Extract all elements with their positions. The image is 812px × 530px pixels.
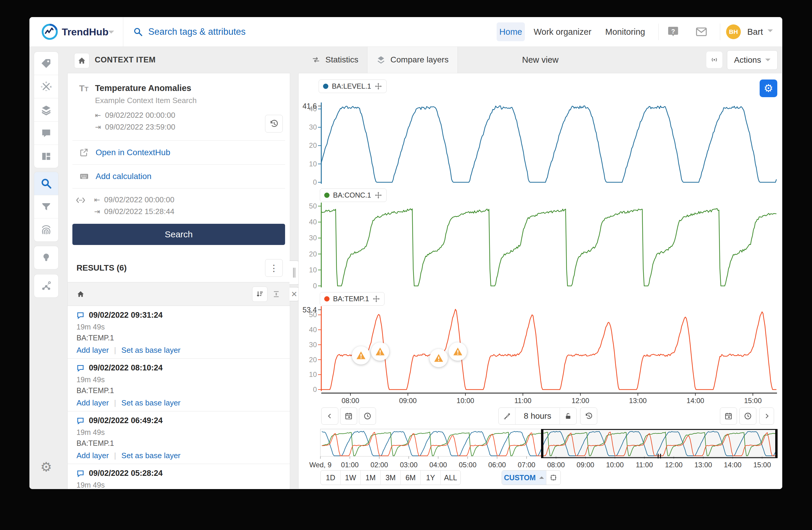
collapse-rows-button[interactable] xyxy=(269,287,284,302)
trend-plot[interactable] xyxy=(299,73,782,489)
brush-grip-icon[interactable] xyxy=(658,454,661,458)
y-max-label: 41.6 xyxy=(299,102,317,110)
pan-right-button[interactable] xyxy=(759,407,774,424)
set-start-time-button[interactable] xyxy=(359,407,376,424)
result-item[interactable]: 09/02/2022 09:31:24 19m 49s BA:TEMP.1 Ad… xyxy=(68,306,290,359)
product-switcher-caret-icon[interactable] xyxy=(108,31,114,37)
live-mode-button[interactable] xyxy=(706,52,722,68)
sidebar-item-relations[interactable] xyxy=(34,275,58,297)
comment-icon xyxy=(41,128,52,138)
overview-tick-label: 04:00 xyxy=(423,461,453,469)
lock-window-button[interactable] xyxy=(560,408,576,424)
caret-up-icon xyxy=(539,474,544,479)
search-range-end: ⇥09/02/2022 15:28:44 xyxy=(94,206,174,218)
result-item[interactable]: 09/02/2022 06:49:24 19m 49s BA:TEMP.1 Ad… xyxy=(68,412,290,464)
warning-event-badge[interactable] xyxy=(449,343,467,361)
warning-event-badge[interactable] xyxy=(352,346,370,364)
calendar-icon xyxy=(724,412,733,420)
move-icon xyxy=(375,191,382,199)
set-base-layer-link[interactable]: Set as base layer xyxy=(121,346,180,355)
mail-icon[interactable] xyxy=(695,25,708,38)
preset-1M[interactable]: 1M xyxy=(361,471,381,485)
result-item[interactable]: 09/02/2022 08:10:24 19m 49s BA:TEMP.1 Ad… xyxy=(68,359,290,412)
sidebar-item-dashboard[interactable] xyxy=(34,145,58,168)
fit-range-button[interactable] xyxy=(546,471,561,485)
pan-left-button[interactable] xyxy=(321,407,338,424)
search-button[interactable]: Search xyxy=(72,224,285,245)
chart-settings-button[interactable]: ⚙ xyxy=(760,80,777,97)
series-chip-conc[interactable]: BA:CONC.1 xyxy=(320,189,387,202)
tab-work-organizer[interactable]: Work organizer xyxy=(533,23,592,41)
global-search-input[interactable]: Search tags & attributes xyxy=(133,17,246,46)
y-tick-label: 0 xyxy=(299,178,317,186)
panel-close-button[interactable]: ✕ xyxy=(290,287,299,301)
add-calculation[interactable]: Add calculation xyxy=(79,165,290,188)
add-layer-link[interactable]: Add layer xyxy=(76,451,109,460)
sidebar-item-recommendations[interactable] xyxy=(34,246,58,269)
set-end-time-button[interactable] xyxy=(739,407,756,424)
panel-resize-handle[interactable] xyxy=(290,261,299,285)
overview-tick-label: 01:00 xyxy=(335,461,364,469)
tab-home[interactable]: Home xyxy=(497,23,525,41)
chevron-right-icon xyxy=(763,413,770,420)
sidebar-item-annotations[interactable] xyxy=(34,122,58,145)
user-avatar[interactable]: BH xyxy=(726,25,741,39)
sidebar-item-calculations[interactable]: + − ÷ × xyxy=(34,75,58,98)
fingerprint-icon xyxy=(41,224,52,236)
overview-tick-label: 10:00 xyxy=(600,461,629,469)
sidebar-item-filter[interactable] xyxy=(34,195,58,219)
result-item[interactable]: 09/02/2022 05:28:24 19m 49s BA:TEMP.1 Ad… xyxy=(68,464,290,489)
series-chip-temp[interactable]: BA:TEMP.1 xyxy=(320,292,385,306)
time-window-group: 8 hours xyxy=(498,407,577,424)
sidebar-item-fingerprint[interactable] xyxy=(34,219,58,241)
sidebar-item-layers[interactable] xyxy=(34,98,58,122)
add-layer-link[interactable]: Add layer xyxy=(76,346,109,355)
custom-range-button[interactable]: CUSTOM xyxy=(502,471,546,485)
set-base-layer-link[interactable]: Set as base layer xyxy=(121,451,180,460)
set-start-date-button[interactable] xyxy=(340,407,357,424)
statistics-button[interactable]: Statistics xyxy=(302,46,367,73)
open-in-contexthub[interactable]: Open in ContextHub xyxy=(79,141,290,164)
collapse-icon xyxy=(272,290,280,298)
sidebar-item-search[interactable] xyxy=(34,172,58,195)
x-tick-label: 08:00 xyxy=(337,396,364,405)
svg-text:?: ? xyxy=(671,28,675,35)
preset-6M[interactable]: 6M xyxy=(401,471,421,485)
y-tick-label: 10 xyxy=(299,371,317,379)
preset-1W[interactable]: 1W xyxy=(341,471,361,485)
set-end-date-button[interactable] xyxy=(720,407,737,424)
results-menu-button[interactable]: ⋮ xyxy=(265,259,283,277)
add-layer-link[interactable]: Add layer xyxy=(76,399,109,407)
time-window-label[interactable]: 8 hours xyxy=(516,408,560,424)
warning-event-badge[interactable] xyxy=(430,349,448,367)
compress-time-button[interactable] xyxy=(499,408,516,424)
overview-brush[interactable] xyxy=(541,429,778,458)
sort-descending-button[interactable] xyxy=(252,287,267,302)
help-icon[interactable]: ? xyxy=(667,25,680,38)
panel-home-button[interactable] xyxy=(74,53,89,68)
home-column-icon xyxy=(76,290,85,298)
series-color-dot xyxy=(324,296,330,302)
preset-3M[interactable]: 3M xyxy=(381,471,401,485)
user-name[interactable]: Bart xyxy=(747,17,773,46)
tab-monitoring[interactable]: Monitoring xyxy=(603,23,647,41)
external-link-icon xyxy=(79,148,89,157)
series-chip-level[interactable]: BA:LEVEL.1 xyxy=(319,80,387,93)
context-item-start: ⇤09/02/2022 00:00:00 xyxy=(95,110,285,122)
context-item-subtitle: Example Context Item Search xyxy=(95,96,285,105)
set-base-layer-link[interactable]: Set as base layer xyxy=(121,399,180,407)
context-item-summary: TT Temperature Anomalies Example Context… xyxy=(79,83,285,134)
actions-button[interactable]: Actions xyxy=(727,50,778,70)
warning-event-badge[interactable] xyxy=(371,343,389,361)
y-tick-label: 10 xyxy=(299,160,317,168)
sidebar-item-tags[interactable] xyxy=(34,52,58,75)
compare-layers-button[interactable]: Compare layers xyxy=(367,46,458,73)
preset-1Y[interactable]: 1Y xyxy=(421,471,441,485)
preset-1D[interactable]: 1D xyxy=(321,471,341,485)
sidebar-item-settings[interactable]: ⚙ xyxy=(34,455,58,478)
reset-history-button[interactable] xyxy=(580,407,597,424)
preset-ALL[interactable]: ALL xyxy=(441,471,461,485)
filter-icon xyxy=(41,201,52,212)
overview-tick-label: Wed, 9 xyxy=(306,461,335,469)
load-history-button[interactable] xyxy=(265,115,283,132)
